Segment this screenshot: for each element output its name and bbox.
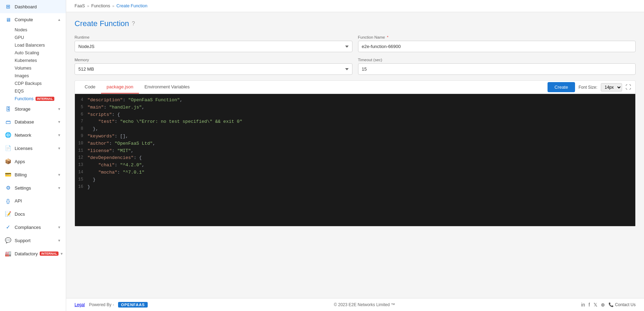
sidebar-item-kubernetes[interactable]: Kubernetes bbox=[0, 57, 66, 64]
help-icon[interactable]: ? bbox=[132, 21, 135, 27]
sidebar-item-compute[interactable]: 🖥 Compute ▲ bbox=[0, 13, 66, 26]
chevron-icon: ▼ bbox=[57, 107, 61, 111]
editor-container: Code package.json Environment Variables … bbox=[75, 80, 636, 226]
chevron-icon: ▼ bbox=[57, 146, 61, 150]
licenses-icon: 📄 bbox=[5, 145, 11, 151]
breadcrumb-faas: FaaS bbox=[75, 3, 85, 8]
storage-icon: 🗄 bbox=[5, 106, 11, 112]
settings-icon: ⚙ bbox=[5, 185, 11, 191]
sidebar-item-support[interactable]: 💬 Support ▼ bbox=[0, 234, 66, 247]
network-icon: 🌐 bbox=[5, 132, 11, 138]
font-size-label: Font Size: bbox=[579, 85, 597, 90]
sidebar-item-datafactory[interactable]: 🏭 Datafactory internal ▼ bbox=[0, 247, 66, 260]
tab-code[interactable]: Code bbox=[79, 81, 101, 94]
memory-label: Memory bbox=[75, 58, 352, 62]
sidebar-item-network[interactable]: 🌐 Network ▼ bbox=[0, 128, 66, 142]
chevron-icon: ▼ bbox=[57, 120, 61, 124]
code-line: 6 "scripts": { bbox=[75, 111, 635, 119]
sidebar-item-cdp-backups[interactable]: CDP Backups bbox=[0, 80, 66, 87]
timeout-field: Timeout (sec) bbox=[358, 58, 636, 75]
sidebar-item-settings[interactable]: ⚙ Settings ▼ bbox=[0, 181, 66, 194]
code-line: 13 "chai": "^4.2.0", bbox=[75, 162, 635, 169]
code-line: 10 "author": "OpenFaaS Ltd", bbox=[75, 140, 635, 147]
timeout-label: Timeout (sec) bbox=[358, 58, 636, 62]
sidebar-item-billing[interactable]: 💳 Billing ▼ bbox=[0, 168, 66, 181]
chevron-icon: ▲ bbox=[57, 18, 61, 22]
sidebar-item-api[interactable]: {} API bbox=[0, 194, 66, 207]
page-title-row: Create Function ? bbox=[75, 19, 636, 28]
phone-icon: 📞 bbox=[608, 302, 614, 307]
chevron-icon: ▼ bbox=[57, 173, 61, 177]
code-editor[interactable]: 4 "description": "OpenFaaS Function", 5 … bbox=[75, 94, 635, 226]
chevron-icon: ▼ bbox=[57, 225, 61, 229]
sidebar-item-load-balancers[interactable]: Load Balancers bbox=[0, 41, 66, 49]
footer-right: in f 𝕏 ⊕ 📞 Contact Us bbox=[581, 302, 636, 308]
code-line: 8 }, bbox=[75, 126, 635, 133]
runtime-select[interactable]: NodeJS Python Go Ruby bbox=[75, 41, 352, 52]
sidebar-item-volumes[interactable]: Volumes bbox=[0, 64, 66, 72]
sidebar-item-apps[interactable]: 📦 Apps bbox=[0, 155, 66, 168]
sidebar-item-dashboard[interactable]: ⊞ Dashboard bbox=[0, 0, 66, 13]
breadcrumb-sep2: » bbox=[112, 4, 114, 8]
datafactory-icon: 🏭 bbox=[5, 250, 11, 257]
timeout-input[interactable] bbox=[358, 63, 636, 75]
sidebar-item-images[interactable]: Images bbox=[0, 72, 66, 80]
function-name-input[interactable] bbox=[358, 41, 636, 52]
facebook-icon[interactable]: f bbox=[589, 302, 590, 308]
twitter-icon[interactable]: 𝕏 bbox=[593, 302, 597, 308]
fullscreen-button[interactable]: ⛶ bbox=[626, 84, 631, 90]
contact-link[interactable]: 📞 Contact Us bbox=[608, 302, 636, 307]
sidebar-item-eqs[interactable]: EQS bbox=[0, 87, 66, 95]
breadcrumb-functions: Functions bbox=[91, 3, 110, 8]
runtime-label: Runtime bbox=[75, 35, 352, 39]
create-button[interactable]: Create bbox=[548, 82, 575, 92]
page-title: Create Function bbox=[75, 19, 129, 28]
internal-badge: internal bbox=[36, 97, 54, 101]
billing-icon: 💳 bbox=[5, 172, 11, 178]
breadcrumb-sep1: » bbox=[87, 4, 89, 8]
apps-icon: 📦 bbox=[5, 158, 11, 165]
sidebar-item-label: Compute bbox=[15, 17, 57, 22]
code-line: 5 "main": "handler.js", bbox=[75, 104, 635, 111]
sidebar-item-database[interactable]: 🗃 Database ▼ bbox=[0, 115, 66, 128]
tabs-bar: Code package.json Environment Variables … bbox=[75, 81, 635, 94]
compliances-icon: ✓ bbox=[5, 224, 11, 230]
tab-package-json[interactable]: package.json bbox=[101, 81, 139, 94]
code-line: 12 "devDependencies": { bbox=[75, 154, 635, 162]
main-content: FaaS » Functions » Create Function Creat… bbox=[66, 0, 644, 311]
rss-icon[interactable]: ⊕ bbox=[601, 302, 605, 308]
font-size-select[interactable]: 10px 12px 14px 16px 18px bbox=[601, 83, 622, 91]
code-line: 4 "description": "OpenFaaS Function", bbox=[75, 97, 635, 104]
tabs-actions: Create Font Size: 10px 12px 14px 16px 18… bbox=[548, 82, 631, 92]
sidebar-item-label: Dashboard bbox=[15, 4, 61, 9]
linkedin-icon[interactable]: in bbox=[581, 302, 585, 308]
function-name-field: Function Name * bbox=[358, 35, 636, 52]
code-line: 14 "mocha": "^7.0.1" bbox=[75, 169, 635, 176]
function-name-label: Function Name * bbox=[358, 35, 636, 39]
sidebar-item-compliances[interactable]: ✓ Compliances ▼ bbox=[0, 221, 66, 234]
chevron-icon: ▼ bbox=[57, 239, 61, 242]
breadcrumb-current: Create Function bbox=[116, 3, 147, 8]
chevron-icon: ▼ bbox=[57, 186, 61, 190]
chevron-icon: ▼ bbox=[60, 252, 63, 256]
copyright-text: © 2023 E2E Networks Limited ™ bbox=[334, 302, 395, 307]
sidebar-item-nodes[interactable]: Nodes bbox=[0, 26, 66, 34]
required-marker: * bbox=[387, 35, 388, 39]
code-line: 16 } bbox=[75, 184, 635, 191]
sidebar-item-docs[interactable]: 📝 Docs bbox=[0, 207, 66, 221]
form-row-2: Memory 128 MB 256 MB 512 MB 1 GB 2 GB Ti… bbox=[75, 58, 636, 75]
sidebar-item-storage[interactable]: 🗄 Storage ▼ bbox=[0, 103, 66, 115]
legal-link[interactable]: Legal bbox=[75, 302, 85, 307]
sidebar-item-functions[interactable]: Functions internal bbox=[0, 95, 66, 103]
footer: Legal Powered By - OPENFAAS © 2023 E2E N… bbox=[66, 298, 644, 311]
memory-select[interactable]: 128 MB 256 MB 512 MB 1 GB 2 GB bbox=[75, 63, 352, 75]
sidebar-item-licenses[interactable]: 📄 Licenses ▼ bbox=[0, 142, 66, 155]
code-line: 7 "test": "echo \"Error: no test specifi… bbox=[75, 118, 635, 126]
sidebar-item-auto-scaling[interactable]: Auto Scaling bbox=[0, 49, 66, 57]
compute-icon: 🖥 bbox=[5, 17, 11, 23]
tab-env-vars[interactable]: Environment Variables bbox=[139, 81, 195, 94]
memory-field: Memory 128 MB 256 MB 512 MB 1 GB 2 GB bbox=[75, 58, 352, 75]
database-icon: 🗃 bbox=[5, 119, 11, 125]
footer-center: © 2023 E2E Networks Limited ™ bbox=[148, 302, 581, 307]
sidebar-item-gpu[interactable]: GPU bbox=[0, 34, 66, 41]
